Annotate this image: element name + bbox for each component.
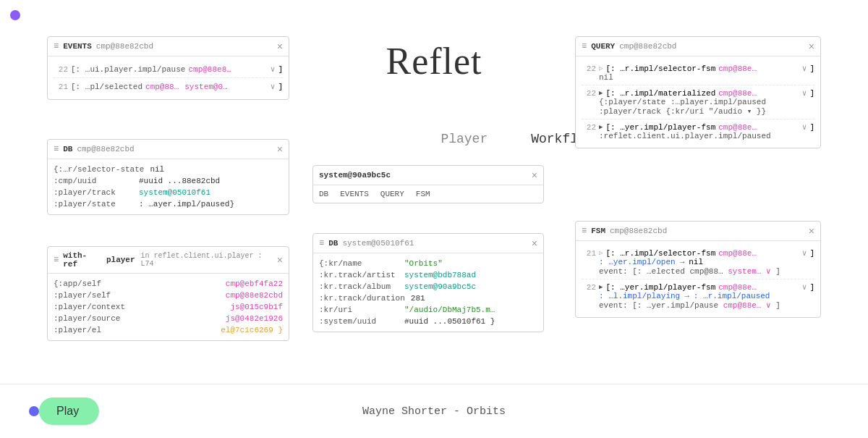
query-id: cmp@88e82cbd — [619, 42, 676, 51]
db-center-val-3: system@90a9bc5c — [404, 282, 476, 291]
withref-row-4: :player/source js@0482e1926 — [54, 313, 283, 324]
db-key-2: :cmp/uuid — [54, 177, 133, 185]
withref-header-info: with-ref player in reflet.client.ui.play… — [63, 251, 277, 269]
db-center-row-5: :kr/uri "/audio/DbMaj7b5.m… — [319, 304, 537, 316]
db-left-row-1: {:…r/selector-state nil — [54, 164, 283, 175]
fsm-tri-2[interactable]: ▶ — [599, 283, 603, 291]
query-row-3: 22 ▶ [: …yer.impl/player-fsm cmp@88e… ∨ … — [582, 119, 814, 143]
query-text-3: [: …yer.impl/player-fsm — [605, 123, 715, 132]
system-center-header-left: system@90a9bc5c — [319, 171, 391, 180]
query-expand-1[interactable]: ∨ — [802, 64, 807, 73]
query-body: 22 ▷ [: …r.impl/selector-fsm cmp@88e… ∨ … — [576, 56, 820, 148]
withref-close-button[interactable]: × — [277, 255, 283, 265]
events-panel-header: ≡ EVENTS cmp@88e82cbd × — [48, 37, 289, 56]
query-title: QUERY — [591, 42, 615, 51]
nav-player[interactable]: Player — [441, 132, 488, 146]
fsm-header: ≡ FSM cmp@88e82cbd × — [576, 222, 820, 241]
fsm-state-2: : …l.impl/playing → : …r.impl/paused — [582, 292, 814, 300]
fsm-text-1: [: …r.impl/selector-fsm — [605, 249, 715, 258]
query-detail-2b: :player/track {:kr/uri "/audio ▾ }} — [582, 106, 814, 116]
fsm-event-2: event: [: …yer.impl/pause cmp@88e… ∨ ] — [582, 300, 814, 310]
events-panel-body: 22 [: …ui.player.impl/pause cmp@88e8… ∨ … — [48, 56, 289, 99]
query-menu-icon: ≡ — [582, 41, 587, 51]
fsm-bracket-2: ] — [809, 283, 814, 292]
event-ref-2b: system@0… — [184, 83, 227, 91]
play-button[interactable]: Play — [39, 397, 99, 425]
event-bracket-1: ] — [278, 65, 283, 74]
db-center-title: DB — [328, 239, 338, 248]
event-expand-2[interactable]: ∨ — [271, 82, 276, 91]
db-center-menu-icon: ≡ — [319, 238, 324, 248]
app-title: Reflet — [311, 40, 557, 83]
system-tab-query[interactable]: QUERY — [380, 190, 404, 198]
fsm-bracket-1: ] — [809, 249, 814, 258]
withref-header-left: ≡ with-ref player in reflet.client.ui.pl… — [54, 251, 277, 269]
query-expand-2[interactable]: ∨ — [802, 88, 807, 98]
system-tab-db[interactable]: DB — [319, 190, 328, 198]
withref-label: with-ref — [63, 251, 101, 269]
play-dot — [29, 406, 39, 416]
db-center-header-left: ≡ DB system@05010f61 — [319, 238, 414, 248]
fsm-event-text-2: [: …yer.impl/pause — [632, 301, 718, 310]
db-center-key-1: {:kr/name — [319, 259, 399, 268]
db-left-menu-icon: ≡ — [54, 144, 59, 154]
query-header-left: ≡ QUERY cmp@88e82cbd — [582, 41, 676, 51]
db-left-close-button[interactable]: × — [277, 144, 283, 154]
query-text-1: [: …r.impl/selector-fsm — [605, 64, 715, 73]
top-dot — [10, 10, 20, 20]
query-tri-1[interactable]: ▷ — [599, 64, 603, 72]
fsm-expand-2[interactable]: ∨ — [802, 282, 807, 292]
withref-key-2: :player/self — [54, 291, 111, 300]
event-expand-1[interactable]: ∨ — [271, 64, 276, 74]
db-center-row-6: :system/uuid #uuid ...05010f61 } — [319, 316, 537, 327]
db-left-row-4: :player/state : …ayer.impl/paused} — [54, 198, 283, 210]
fsm-header-left: ≡ FSM cmp@88e82cbd — [582, 226, 667, 236]
query-line-2: 22 ▶ [: …r.impl/materialized cmp@88e… ∨ … — [582, 88, 814, 98]
withref-panel: ≡ with-ref player in reflet.client.ui.pl… — [47, 246, 289, 341]
withref-body: {:app/self cmp@ebf4fa22 :player/self cmp… — [48, 274, 289, 340]
db-panel-center: ≡ DB system@05010f61 × {:kr/name "Orbits… — [312, 233, 544, 332]
withref-player-label: player — [106, 256, 135, 264]
db-key-4: :player/state — [54, 200, 133, 209]
db-center-val-1: "Orbits" — [404, 259, 443, 268]
query-panel: ≡ QUERY cmp@88e82cbd × 22 ▷ [: …r.impl/s… — [575, 36, 821, 148]
query-close-button[interactable]: × — [809, 41, 814, 51]
events-panel: ≡ EVENTS cmp@88e82cbd × 22 [: …ui.player… — [47, 36, 289, 100]
fsm-close-button[interactable]: × — [809, 226, 814, 236]
fsm-tri-1[interactable]: ▷ — [599, 249, 603, 257]
db-left-header: ≡ DB cmp@88e82cbd × — [48, 140, 289, 159]
db-key-1: {:…r/selector-state — [54, 165, 144, 174]
db-val-3: system@05010f61 — [139, 188, 210, 197]
fsm-row-2: 22 ▶ [: …yer.impl/player-fsm cmp@88e… ∨ … — [582, 279, 814, 313]
event-ref-2a: cmp@88… — [145, 83, 179, 91]
system-center-title: system@90a9bc5c — [319, 171, 391, 180]
db-center-close-button[interactable]: × — [532, 238, 537, 248]
db-center-val-5: "/audio/DbMaj7b5.m… — [404, 306, 495, 314]
db-left-title: DB — [63, 145, 72, 153]
db-center-val-4: 281 — [411, 294, 425, 303]
system-center-tabs: DB EVENTS QUERY FSM — [313, 185, 543, 203]
query-row-1: 22 ▷ [: …r.impl/selector-fsm cmp@88e… ∨ … — [582, 61, 814, 85]
system-panel-center: system@90a9bc5c × DB EVENTS QUERY FSM — [312, 165, 544, 203]
system-tab-events[interactable]: EVENTS — [340, 190, 369, 198]
fsm-arrow-1: → — [680, 258, 685, 266]
query-tri-3[interactable]: ▶ — [599, 123, 603, 131]
fsm-linenum-1: 21 — [582, 249, 596, 258]
system-tab-fsm[interactable]: FSM — [416, 190, 430, 198]
fsm-line-1: 21 ▷ [: …r.impl/selector-fsm cmp@88e… ∨ … — [582, 248, 814, 258]
events-close-button[interactable]: × — [277, 41, 283, 51]
db-key-3: :player/track — [54, 188, 133, 197]
query-expand-3[interactable]: ∨ — [802, 122, 807, 132]
fsm-state-to-2: : …r.impl/paused — [694, 292, 770, 300]
db-val-1: nil — [150, 165, 164, 174]
fsm-state-from-2: : …l.impl/playing — [599, 292, 680, 300]
system-center-close-button[interactable]: × — [532, 170, 537, 180]
withref-row-3: :player/context js@015c9b1f — [54, 301, 283, 313]
query-tri-2[interactable]: ▶ — [599, 89, 603, 97]
withref-val-3: js@015c9b1f — [230, 303, 283, 311]
fsm-event-ref-2: cmp@88e… ∨ — [723, 301, 771, 310]
bottom-bar: Play Wayne Shorter - Orbits — [0, 384, 868, 438]
fsm-id: cmp@88e82cbd — [610, 227, 667, 235]
withref-key-1: {:app/self — [54, 279, 101, 288]
fsm-expand-1[interactable]: ∨ — [802, 248, 807, 258]
